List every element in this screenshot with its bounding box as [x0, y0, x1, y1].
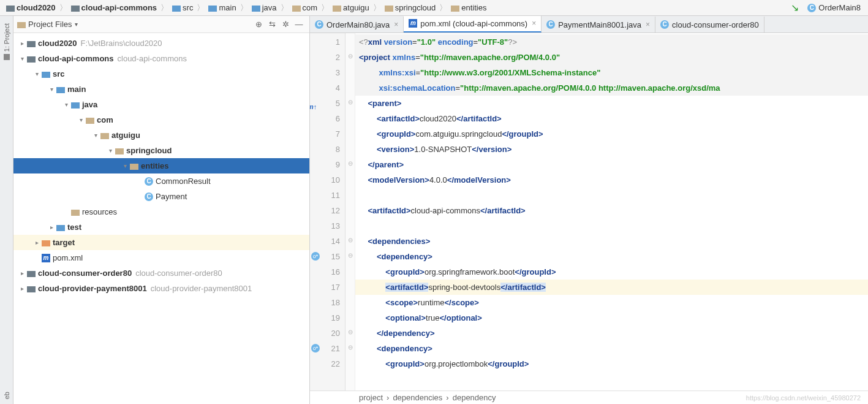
tree-arrow-icon[interactable]: ▸ — [47, 224, 56, 231]
code-line[interactable] — [355, 218, 868, 234]
fold-gutter[interactable]: ⊖⊖⊖⊖⊖⊖⊖ — [345, 33, 355, 391]
code-line[interactable]: <groupId>org.springframework.boot</group… — [355, 264, 868, 280]
tree-row[interactable]: ▾java — [13, 97, 309, 112]
project-panel-header: Project Files ▾ ⊕ ⇆ ✲ — — [13, 16, 309, 33]
breadcrumb-item[interactable]: entities — [448, 3, 489, 12]
fold-handle[interactable]: ⊖ — [345, 248, 355, 263]
tree-arrow-icon[interactable]: ▸ — [17, 40, 27, 47]
code-line[interactable]: <modelVersion>4.0.0</modelVersion> — [355, 172, 868, 188]
svg-rect-2 — [172, 6, 181, 12]
code-line[interactable]: xmlns:xsi="http://www.w3.org/2001/XMLSch… — [355, 65, 868, 80]
tree-arrow-icon[interactable]: ▾ — [17, 55, 27, 62]
line-number-gutter[interactable]: 1234m↑567891011121314o*151617181920o*212… — [310, 33, 345, 391]
code-line[interactable]: <project xmlns="http://maven.apache.org/… — [355, 50, 868, 65]
maven-icon: m — [42, 254, 50, 262]
tree-row[interactable]: ▸cloud-consumer-order80cloud-consumer-or… — [13, 265, 309, 281]
expand-all-icon[interactable]: ⇆ — [265, 18, 279, 31]
run-config-label: OrderMain8 — [818, 3, 861, 12]
folder-icon — [6, 4, 15, 12]
editor-breadcrumb[interactable]: project› dependencies› dependency https:… — [310, 391, 868, 404]
code-line[interactable]: <?xml version="1.0" encoding="UTF-8"?> — [355, 34, 868, 50]
tree-row[interactable]: ▾main — [13, 82, 309, 97]
editor-tab[interactable]: CPaymentMain8001.java× — [542, 17, 655, 32]
project-tree[interactable]: ▸cloud2020F:\JetBrains\cloud2020▾cloud-a… — [13, 33, 309, 404]
tree-row[interactable]: ▾atguigu — [13, 128, 309, 143]
breadcrumb-item[interactable]: main — [206, 3, 238, 12]
tree-arrow-icon[interactable]: ▾ — [105, 147, 115, 154]
fold-handle[interactable]: ⊖ — [345, 94, 355, 110]
folder-icon — [208, 4, 217, 12]
tree-arrow-icon[interactable]: ▾ — [32, 71, 42, 77]
fold-handle[interactable]: ⊖ — [345, 340, 355, 355]
tree-arrow-icon[interactable]: ▾ — [76, 116, 86, 123]
breadcrumb-item[interactable]: cloud2020 — [4, 3, 58, 12]
editor-tab[interactable]: COrderMain80.java× — [310, 17, 404, 32]
tree-row[interactable]: ▾entities — [13, 158, 309, 173]
tree-arrow-icon[interactable]: ▾ — [91, 132, 100, 139]
editor-tab[interactable]: mpom.xml (cloud-api-commons)× — [404, 16, 542, 32]
code-line[interactable]: </parent> — [355, 157, 868, 172]
tree-row[interactable]: mpom.xml — [13, 250, 309, 265]
gear-icon[interactable]: ✲ — [279, 18, 292, 31]
code-line[interactable]: <optional>true</optional> — [355, 310, 868, 326]
breadcrumb-item[interactable]: cloud-api-commons — [69, 3, 160, 12]
tree-row[interactable]: ▾springcloud — [13, 143, 309, 158]
code-line[interactable] — [355, 188, 868, 203]
project-view-selector[interactable]: Project Files ▾ — [17, 20, 78, 29]
code-line[interactable]: <artifactId>spring-boot-devtools</artifa… — [355, 280, 868, 295]
tree-row[interactable]: ▸test — [13, 219, 309, 235]
code-line[interactable]: xsi:schemaLocation="http://maven.apache.… — [355, 80, 868, 96]
code-line[interactable]: <artifactId>cloud2020</artifactId> — [355, 111, 868, 126]
gutter-dep-icon[interactable]: o* — [311, 344, 320, 353]
code-line[interactable]: <dependency> — [355, 249, 868, 264]
fold-handle[interactable]: ⊖ — [345, 156, 355, 171]
code-line[interactable]: </dependency> — [355, 326, 868, 341]
code-line[interactable]: <parent> — [355, 96, 868, 111]
tree-row[interactable]: CCommonResult — [13, 173, 309, 189]
code-line[interactable]: <dependencies> — [355, 234, 868, 249]
tree-row[interactable]: CPayment — [13, 189, 309, 204]
editor-body: 1234m↑567891011121314o*151617181920o*212… — [310, 33, 868, 391]
tree-row[interactable]: ▸target — [13, 235, 309, 250]
tree-row[interactable]: ▸cloud-provider-payment8001cloud-provide… — [13, 281, 309, 296]
code-line[interactable]: <scope>runtime</scope> — [355, 295, 868, 310]
gutter-dep-icon[interactable]: o* — [311, 252, 320, 261]
tree-arrow-icon[interactable]: ▾ — [47, 86, 56, 93]
code-line[interactable]: <groupId>org.projectlombok</groupId> — [355, 356, 868, 372]
close-icon[interactable]: × — [532, 19, 536, 28]
code-line[interactable]: <dependency> — [355, 341, 868, 356]
run-config-selector[interactable]: C OrderMain8 — [804, 3, 864, 12]
close-icon[interactable]: × — [394, 20, 398, 29]
breadcrumb-item[interactable]: springcloud — [382, 3, 439, 12]
tree-row[interactable]: ▾cloud-api-commonscloud-api-commons — [13, 51, 309, 66]
breadcrumb-item[interactable]: com — [290, 3, 320, 12]
code-line[interactable]: <groupId>com.atguigu.springcloud</groupI… — [355, 126, 868, 142]
close-icon[interactable]: × — [646, 20, 650, 29]
code-line[interactable]: <version>1.0-SNAPSHOT</version> — [355, 142, 868, 157]
code-line[interactable]: <artifactId>cloud-api-commons</artifactI… — [355, 203, 868, 218]
fold-handle[interactable]: ⊖ — [345, 48, 355, 64]
editor-tab[interactable]: Ccloud-consumer-order80 — [655, 17, 764, 32]
fold-handle[interactable]: ⊖ — [345, 324, 355, 340]
tree-label: test — [67, 223, 81, 232]
tree-row[interactable]: resources — [13, 204, 309, 219]
tree-arrow-icon[interactable]: ▸ — [17, 270, 27, 276]
tree-arrow-icon[interactable]: ▾ — [61, 101, 71, 108]
tree-arrow-icon[interactable]: ▸ — [17, 285, 27, 292]
breadcrumb-item[interactable]: java — [249, 3, 279, 12]
tree-arrow-icon[interactable]: ▾ — [120, 162, 130, 169]
breadcrumb-item[interactable]: atguigu — [330, 3, 372, 12]
project-tool-button[interactable]: 1: Project — [3, 23, 10, 51]
tree-row[interactable]: ▾com — [13, 112, 309, 128]
svg-rect-17 — [115, 148, 124, 154]
tree-row[interactable]: ▾src — [13, 66, 309, 82]
fold-handle[interactable]: ⊖ — [345, 232, 355, 248]
breadcrumb-item[interactable]: src — [170, 3, 195, 12]
code-editor[interactable]: <?xml version="1.0" encoding="UTF-8"?><p… — [355, 33, 868, 391]
build-icon[interactable]: ↘ — [791, 2, 799, 13]
tree-row[interactable]: ▸cloud2020F:\JetBrains\cloud2020 — [13, 36, 309, 51]
tree-arrow-icon[interactable]: ▸ — [32, 239, 42, 246]
web-tool-button[interactable]: eb — [3, 392, 10, 399]
hide-icon[interactable]: — — [292, 18, 306, 31]
locate-icon[interactable]: ⊕ — [252, 18, 265, 31]
